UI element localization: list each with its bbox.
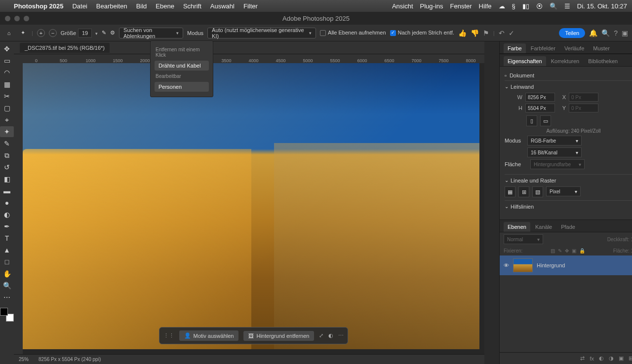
popup-item-wires[interactable]: Drähte und Kabel <box>155 61 209 71</box>
brush-size-input[interactable] <box>78 29 92 37</box>
ruler-toggle-icon[interactable]: ▦ <box>505 186 515 197</box>
help-icon[interactable]: ? <box>614 29 618 37</box>
home-icon[interactable]: ⌂ <box>4 28 14 38</box>
tab-color[interactable]: Farbe <box>504 43 526 53</box>
tab-layers[interactable]: Ebenen <box>504 222 530 232</box>
type-tool[interactable]: T <box>0 233 14 244</box>
blur-tool[interactable]: ● <box>0 197 14 208</box>
tab-paths[interactable]: Pfade <box>557 222 579 232</box>
hand-tool[interactable]: ✋ <box>0 268 14 279</box>
flag-icon[interactable]: ⚑ <box>483 29 489 37</box>
after-stroke-checkbox[interactable]: Nach jedem Strich entf. <box>390 30 454 36</box>
tab-adjustments[interactable]: Korrekturen <box>547 56 583 66</box>
width-input[interactable] <box>525 93 555 102</box>
dodge-tool[interactable]: ◐ <box>0 209 14 220</box>
vertical-ruler[interactable] <box>14 63 23 354</box>
menu-edit[interactable]: Bearbeiten <box>96 2 127 10</box>
layer-row[interactable]: 👁 Hintergrund 🔒 <box>500 255 632 275</box>
fill-dropdown[interactable]: Hintergrundfarbe▾ <box>530 159 585 169</box>
marquee-tool[interactable]: ▭ <box>0 55 14 66</box>
clone-stamp-tool[interactable]: ⧉ <box>0 150 14 161</box>
distractions-dropdown[interactable]: Suchen von Ablenkungen <box>119 28 183 38</box>
add-mode-icon[interactable]: + <box>37 29 45 37</box>
lock-artboard-icon[interactable]: ▣ <box>572 248 576 254</box>
share-button[interactable]: Teilen <box>559 28 585 38</box>
menu-select[interactable]: Auswahl <box>210 2 235 10</box>
remove-background-button[interactable]: 🖼Hintergrund entfernen <box>243 331 314 341</box>
control-center-icon[interactable]: ☰ <box>564 2 570 10</box>
foreground-background-swatches[interactable] <box>0 308 14 322</box>
undo-icon[interactable]: ↶ <box>499 29 505 37</box>
brush-tool[interactable]: ✎ <box>0 138 14 149</box>
app-name[interactable]: Photoshop 2025 <box>14 2 63 10</box>
zoom-level[interactable]: 25% <box>19 357 29 362</box>
horizontal-ruler[interactable]: 0500100015002000250030003500400045005000… <box>14 54 484 63</box>
canvas[interactable]: ⋮⋮ 👤Motiv auswählen 🖼Hintergrund entfern… <box>23 63 484 354</box>
edit-toolbar[interactable]: ⋯ <box>0 292 14 303</box>
search-icon[interactable]: 🔍 <box>601 29 610 37</box>
group-icon[interactable]: ▣ <box>619 355 624 362</box>
document-tab[interactable]: _DSC2875.tif bei 25% (RGB/16*) <box>20 43 110 53</box>
path-select-tool[interactable]: ▲ <box>0 245 14 255</box>
menu-layer[interactable]: Ebene <box>156 2 174 10</box>
y-input[interactable] <box>569 104 598 112</box>
remove-tool[interactable]: ✦ <box>0 126 14 137</box>
lock-transparent-icon[interactable]: ▨ <box>551 248 555 254</box>
popup-item-people[interactable]: Personen <box>155 82 209 92</box>
thumbs-up-icon[interactable]: 👍 <box>458 29 467 37</box>
blend-mode-dropdown[interactable]: Normal▾ <box>504 234 543 244</box>
more-icon[interactable]: ⋯ <box>338 332 344 339</box>
current-tool-icon[interactable]: ✦ <box>18 28 28 38</box>
lock-position-icon[interactable]: ✥ <box>565 248 569 254</box>
close-window-button[interactable] <box>5 16 10 21</box>
height-input[interactable] <box>525 104 555 112</box>
bitdepth-dropdown[interactable]: 16 Bit/Kanal▾ <box>527 147 582 157</box>
cc-icon[interactable]: ☁ <box>499 2 505 10</box>
zoom-tool[interactable]: 🔍 <box>0 280 14 291</box>
adjustments-icon[interactable]: ◐ <box>328 332 333 339</box>
crop-tool[interactable]: ✂ <box>0 91 14 102</box>
orientation-portrait-icon[interactable]: ▯ <box>526 115 537 126</box>
lock-all-icon[interactable]: 🔒 <box>579 248 585 254</box>
move-tool[interactable]: ✥ <box>0 43 14 54</box>
grip-icon[interactable]: ⋮⋮ <box>163 332 174 339</box>
new-layer-icon[interactable]: ⊞ <box>629 355 632 362</box>
guides-section-title[interactable]: Hilfslinien <box>505 204 632 210</box>
shape-tool[interactable]: □ <box>0 256 14 267</box>
tab-channels[interactable]: Kanäle <box>531 222 556 232</box>
adjustment-layer-icon[interactable]: ◑ <box>609 355 614 362</box>
guides-toggle-icon[interactable]: ▧ <box>532 186 543 197</box>
units-dropdown[interactable]: Pixel▾ <box>546 186 581 196</box>
x-input[interactable] <box>569 93 598 102</box>
mode-dropdown[interactable]: Auto (nutzt möglicherweise generative KI… <box>207 28 316 38</box>
mask-icon[interactable]: ◐ <box>599 355 604 362</box>
visibility-icon[interactable]: 👁 <box>504 262 509 268</box>
all-layers-checkbox[interactable]: Alle Ebenen aufnehmen <box>320 30 386 36</box>
menu-help[interactable]: Hilfe <box>479 2 492 10</box>
gear-icon[interactable]: ⚙ <box>110 30 115 36</box>
minimize-window-button[interactable] <box>14 16 20 21</box>
tab-swatches[interactable]: Farbfelder <box>527 43 559 53</box>
status-icon[interactable]: § <box>512 2 515 10</box>
subtract-mode-icon[interactable]: − <box>49 29 57 37</box>
battery-icon[interactable]: ▮▯ <box>522 2 529 10</box>
spotlight-icon[interactable]: 🔍 <box>550 2 557 10</box>
object-select-tool[interactable]: ▦ <box>0 79 14 90</box>
transform-icon[interactable]: ⤢ <box>319 332 323 339</box>
tab-libraries[interactable]: Bibliotheken <box>584 56 622 66</box>
eyedropper-tool[interactable]: ⌖ <box>0 114 14 125</box>
layer-thumbnail[interactable] <box>513 258 533 272</box>
bell-icon[interactable]: 🔔 <box>589 29 597 37</box>
eraser-tool[interactable]: ◧ <box>0 174 14 184</box>
menu-window[interactable]: Fenster <box>450 2 472 10</box>
thumbs-down-icon[interactable]: 👎 <box>471 29 479 37</box>
workspace-icon[interactable]: ▣ <box>622 29 628 37</box>
menu-type[interactable]: Schrift <box>183 2 201 10</box>
document-dimensions[interactable]: 8256 Px x 5504 Px (240 ppi) <box>39 357 101 362</box>
grid-toggle-icon[interactable]: ⊞ <box>518 186 529 197</box>
size-dropdown-icon[interactable] <box>94 30 98 36</box>
fx-icon[interactable]: fx <box>590 356 594 362</box>
wifi-icon[interactable]: ⦿ <box>536 2 543 10</box>
pen-tool[interactable]: ✒ <box>0 221 14 232</box>
collapsed-panels-strip[interactable] <box>484 41 499 364</box>
